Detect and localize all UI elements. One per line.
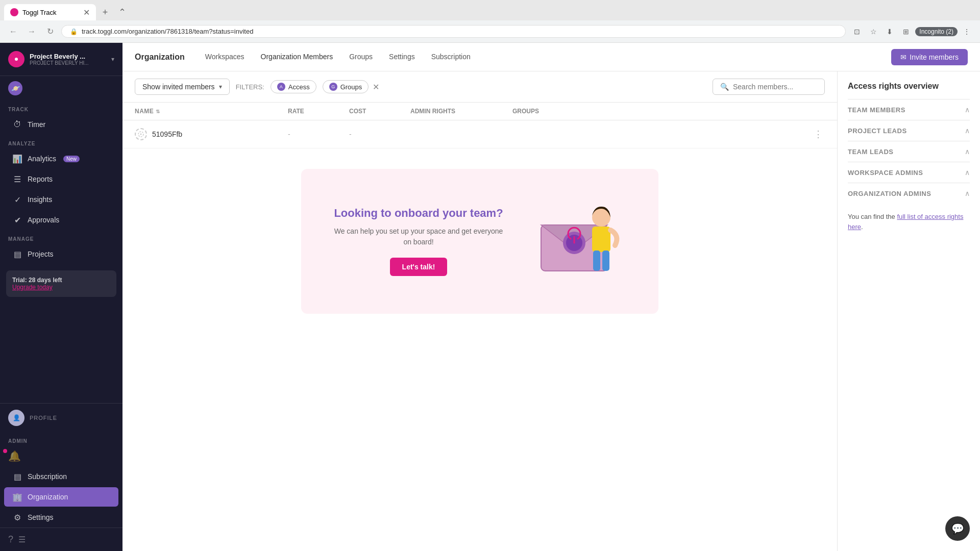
trial-box: Trial: 28 days left Upgrade today [6, 270, 116, 297]
pending-icon [135, 128, 147, 140]
workspace-switcher[interactable]: 🪐 [0, 76, 122, 101]
insights-label: Insights [28, 195, 52, 204]
notifications-area[interactable]: 🔔 [0, 446, 122, 466]
team-leads-chevron-icon: ∧ [965, 147, 970, 156]
sidebar-chevron-icon: ▾ [111, 56, 114, 63]
address-bar[interactable]: 🔒 track.toggl.com/organization/7861318/t… [61, 25, 846, 38]
main-content: Organization Workspaces Organization Mem… [122, 43, 980, 551]
search-input[interactable] [733, 83, 815, 91]
sidebar-item-insights[interactable]: ✓ Insights [4, 190, 118, 209]
show-invited-button[interactable]: Show invited members ▾ [135, 79, 230, 95]
tab-close-button[interactable]: ✕ [83, 8, 90, 17]
workspace-icon: 🪐 [8, 81, 22, 95]
reports-icon: ☰ [12, 174, 22, 184]
sidebar-header[interactable]: Project Beverly ... PROJECT BEVERLY HI..… [0, 43, 122, 76]
track-section-label: TRACK [0, 101, 122, 114]
device-button[interactable]: ⊞ [899, 24, 913, 39]
app-wrapper: Project Beverly ... PROJECT BEVERLY HI..… [0, 43, 980, 551]
sidebar-item-analytics[interactable]: 📊 Analytics New [4, 149, 118, 168]
col-header-name[interactable]: NAME ⇅ [135, 108, 288, 115]
lock-icon: 🔒 [70, 28, 78, 35]
nav-workspaces[interactable]: Workspaces [197, 43, 253, 71]
clear-filters-button[interactable]: ✕ [373, 82, 379, 92]
sidebar-profile[interactable]: 👤 PROFILE [0, 403, 122, 432]
panel-footer: You can find the full list of access rig… [848, 212, 970, 232]
panel-title: Access rights overview [848, 82, 970, 91]
svg-rect-12 [593, 251, 600, 271]
sidebar-item-settings[interactable]: ⚙ Settings [4, 508, 118, 527]
back-button[interactable]: ← [6, 24, 20, 39]
browser-chrome: Toggl Track ✕ + ⌃ ← → ↻ 🔒 track.toggl.co… [0, 0, 980, 43]
profile-label: PROFILE [30, 415, 57, 421]
nav-settings[interactable]: Settings [381, 43, 423, 71]
tab-favicon [10, 8, 18, 16]
invite-icon: ✉ [900, 53, 906, 61]
sidebar-item-organization[interactable]: 🏢 Organization [4, 487, 118, 507]
filter-chip-groups[interactable]: G Groups [323, 80, 369, 93]
groups-filter-icon: G [329, 83, 337, 91]
help-icon: ? [8, 534, 13, 545]
top-nav: Organization Workspaces Organization Mem… [122, 43, 980, 71]
access-filter-icon: A [277, 83, 285, 91]
panel-section-workspace-admins[interactable]: WORKSPACE ADMINS ∧ [848, 162, 970, 183]
dropdown-arrow-icon: ▾ [219, 83, 222, 90]
onboarding-text: Looking to onboard your team? We can hel… [332, 207, 505, 276]
forward-button[interactable]: → [24, 24, 39, 39]
subscription-icon: ▤ [12, 471, 22, 482]
tab-title: Toggl Track [22, 9, 56, 16]
upgrade-link[interactable]: Upgrade today [12, 284, 110, 291]
nav-subscription[interactable]: Subscription [423, 43, 479, 71]
sidebar-item-timer[interactable]: ⏱ Timer [4, 115, 118, 134]
new-tab-button[interactable]: + [98, 5, 112, 19]
svg-point-0 [12, 10, 17, 15]
menu-button[interactable]: ⋮ [960, 24, 974, 39]
analytics-icon: 📊 [12, 154, 22, 164]
nav-organization-members[interactable]: Organization Members [253, 43, 341, 71]
browser-actions: ⊡ ☆ ⬇ ⊞ Incognito (2) ⋮ [850, 24, 974, 39]
member-label: 51095Ffb [152, 130, 182, 138]
sidebar-item-projects[interactable]: ▤ Projects [4, 244, 118, 264]
content-area: Show invited members ▾ FILTERS: A Access… [122, 71, 980, 551]
extensions-button[interactable]: ⊡ [850, 24, 864, 39]
sidebar-item-reports[interactable]: ☰ Reports [4, 169, 118, 189]
insights-icon: ✓ [12, 194, 22, 205]
sidebar-item-subscription[interactable]: ▤ Subscription [4, 467, 118, 486]
onboarding-card: Looking to onboard your team? We can hel… [301, 169, 658, 314]
workspace-admins-chevron-icon: ∧ [965, 168, 970, 177]
analytics-new-badge: New [63, 156, 80, 162]
active-tab[interactable]: Toggl Track ✕ [4, 4, 96, 20]
organization-icon: 🏢 [12, 492, 22, 502]
sidebar-item-approvals[interactable]: ✔ Approvals [4, 210, 118, 230]
team-members-chevron-icon: ∧ [965, 106, 970, 114]
refresh-button[interactable]: ↻ [43, 24, 57, 39]
browser-toolbar: ← → ↻ 🔒 track.toggl.com/organization/786… [0, 20, 980, 43]
onboarding-illustration [526, 189, 628, 293]
sidebar-logo [8, 51, 24, 67]
onboarding-cta-button[interactable]: Let's talk! [390, 258, 448, 276]
search-icon: 🔍 [720, 83, 729, 91]
nav-groups[interactable]: Groups [341, 43, 381, 71]
settings-gear-icon: ⚙ [12, 512, 22, 522]
table-header: NAME ⇅ RATE COST ADMIN RIGHTS GROUPS [122, 103, 837, 120]
help-area[interactable]: ? ☰ [0, 528, 122, 551]
browser-tabs: Toggl Track ✕ + ⌃ [0, 0, 980, 20]
analytics-label: Analytics [28, 155, 56, 163]
manage-section-label: MANAGE [0, 230, 122, 244]
sidebar-project-info: Project Beverly ... PROJECT BEVERLY HI..… [30, 53, 89, 66]
row-more-button[interactable]: ⋮ [812, 127, 825, 142]
invite-members-button[interactable]: ✉ Invite members [891, 49, 968, 65]
chat-button[interactable]: 💬 [945, 516, 970, 541]
reports-label: Reports [28, 175, 53, 183]
panel-section-team-leads[interactable]: TEAM LEADS ∧ [848, 141, 970, 162]
search-box: 🔍 [713, 79, 825, 95]
window-controls-left[interactable]: ⌃ [118, 7, 126, 18]
panel-section-team-members[interactable]: TEAM MEMBERS ∧ [848, 99, 970, 120]
filter-chip-access[interactable]: A Access [271, 80, 316, 93]
cost-cell: - [349, 130, 410, 138]
panel-section-project-leads[interactable]: PROJECT LEADS ∧ [848, 120, 970, 141]
download-button[interactable]: ⬇ [883, 24, 897, 39]
onboarding-title: Looking to onboard your team? [332, 207, 505, 220]
col-header-admin: ADMIN RIGHTS [410, 108, 512, 115]
bookmark-button[interactable]: ☆ [866, 24, 880, 39]
panel-section-org-admins[interactable]: ORGANIZATION ADMINS ∧ [848, 183, 970, 204]
